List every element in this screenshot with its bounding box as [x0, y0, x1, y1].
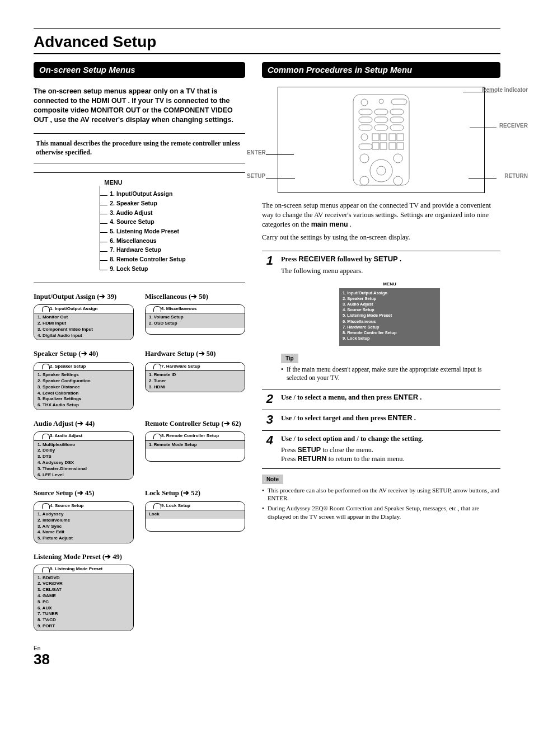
step-4: 4 Use / to select option and / to change…	[262, 431, 500, 469]
panel-item: 2. OSD Setup	[149, 321, 241, 327]
manual-note-box: This manual describes the procedure usin…	[34, 133, 245, 163]
panel-head: Audio Adjust (➔ 44)	[34, 419, 134, 428]
panel-head: Remote Controller Setup (➔ 62)	[145, 419, 245, 428]
panel-source-setup: Source Setup (➔ 45) 4. Source Setup 1. A…	[34, 489, 134, 543]
intro-b2: MONITOR OUT	[91, 106, 140, 114]
panel-listening-mode: Listening Mode Preset (➔ 49) 5. Listenin…	[34, 552, 134, 631]
right-intro-para2: Carry out the settings by using the on-s…	[262, 233, 500, 242]
panel-hardware: Hardware Setup (➔ 50) 7. Hardware Setup …	[145, 349, 245, 410]
tree-item: 7. Hardware Setup	[110, 246, 185, 255]
svg-point-23	[360, 154, 369, 163]
two-column-layout: On-screen Setup Menus The on-screen setu…	[34, 62, 500, 666]
step-3: 3 Use / to select target and then press …	[262, 410, 500, 431]
tree-item: 1. Input/Output Assign	[110, 190, 185, 199]
intro-mid3: , use the AV receiver's display when cha…	[50, 116, 233, 124]
svg-point-2	[379, 99, 383, 104]
panel-remote-controller: Remote Controller Setup (➔ 62) 8. Remote…	[145, 419, 245, 480]
panel-item: 3. CBL/SAT	[38, 587, 130, 593]
page-footer: En 38	[34, 645, 245, 666]
intro2-mainmenu: main menu	[311, 220, 348, 228]
s1-b1: RECEIVER	[298, 255, 335, 263]
intro-mid2: or the	[142, 106, 163, 114]
sub-panels-grid: Input/Output Assign (➔ 39) 1. Input/Outp…	[34, 292, 245, 631]
panel-item: 1. Volume Setup	[149, 314, 241, 321]
right-column: Common Procedures in Setup Menu	[262, 62, 500, 666]
panel-item: 1. Audyssey	[38, 511, 130, 518]
svg-point-26	[377, 166, 386, 175]
s1-b2: SETUP	[373, 255, 397, 263]
panel-item: 1. Remote ID	[149, 372, 241, 378]
page-lang-label: En	[34, 645, 245, 652]
panel-item: Lock	[149, 511, 241, 518]
preview-item: 4. Source Setup	[343, 307, 437, 313]
panel-head: Listening Mode Preset (➔ 49)	[34, 552, 134, 561]
panel-head: Input/Output Assign (➔ 39)	[34, 292, 134, 301]
note-item: This procedure can also be performed on …	[262, 486, 500, 503]
note-label: Note	[262, 475, 283, 484]
menu-tree-panel: MENU 1. Input/Output Assign 2. Speaker S…	[34, 172, 245, 283]
s4-l2-pre: Press	[281, 446, 298, 454]
s1-mid: followed by	[338, 255, 374, 263]
preview-item: 6. Miscellaneous	[343, 319, 437, 325]
svg-rect-4	[359, 109, 372, 115]
label-receiver: RECEIVER	[499, 122, 528, 129]
s3-b: ENTER	[388, 414, 413, 422]
remote-controller-illustration: Remote indicator RECEIVER ENTER SETUP RE…	[278, 87, 485, 193]
svg-rect-18	[359, 144, 372, 149]
s2-b: ENTER	[394, 393, 418, 401]
intro-b1: HDMI OUT	[91, 97, 126, 105]
page-title: Advanced Setup	[34, 28, 500, 54]
panel-item: 7. TUNER	[38, 611, 130, 617]
panel-item: 2. Tuner	[149, 378, 241, 384]
panel-item: 1. BD/DVD	[38, 575, 130, 581]
svg-rect-17	[397, 134, 404, 140]
note-list: This procedure can also be performed on …	[262, 486, 500, 520]
panel-title: 8. Remote Controller Setup	[161, 433, 219, 438]
panel-head: Hardware Setup (➔ 50)	[145, 349, 245, 358]
panel-item: 3. A/V Sync	[38, 524, 130, 530]
label-return: RETURN	[504, 172, 528, 180]
panel-item: 2. HDMI Input	[38, 321, 130, 327]
svg-point-28	[394, 176, 402, 185]
panel-item: 4. Level Calibration	[38, 391, 130, 397]
panel-item: 5. Theater-Dimensional	[38, 466, 130, 472]
panel-item: 2. VCR/DVR	[38, 581, 130, 587]
panel-head: Source Setup (➔ 45)	[34, 489, 134, 497]
panel-item: 2. Dolby	[38, 448, 130, 454]
manual-note-text: This manual describes the procedure usin…	[36, 139, 240, 156]
panel-audio-adjust: Audio Adjust (➔ 44) 3. Audio Adjust 1. M…	[34, 419, 134, 480]
panel-title: 2. Speaker Setup	[50, 364, 86, 369]
panel-head: Lock Setup (➔ 52)	[145, 489, 245, 497]
panel-item: 6. LFE Level	[38, 472, 130, 478]
panel-lock-setup: Lock Setup (➔ 52) 9. Lock Setup Lock	[145, 489, 245, 543]
onscreen-menu-preview: MENU 1. Input/Output Assign 2. Speaker S…	[339, 280, 440, 346]
panel-item: 5. Equalizer Settings	[38, 396, 130, 402]
panel-item: 2. IntelliVolume	[38, 518, 130, 524]
preview-title: MENU	[339, 280, 440, 288]
s3-post: .	[414, 414, 416, 422]
svg-point-13	[361, 134, 368, 140]
step-2: 2 Use / to select a menu, and then press…	[262, 389, 500, 410]
tree-item: 5. Listening Mode Preset	[110, 227, 185, 236]
label-remote-indicator: Remote indicator	[482, 86, 528, 93]
panel-item: 5. PC	[38, 599, 130, 605]
tree-item: 3. Audio Adjust	[110, 208, 185, 218]
panel-item: 2. Speaker Configuration	[38, 378, 130, 384]
panel-item: 3. Speaker Distance	[38, 384, 130, 391]
svg-rect-8	[374, 117, 388, 123]
svg-rect-11	[374, 125, 388, 130]
panel-item: 1. Multiplex/Mono	[38, 442, 130, 448]
right-section-header: Common Procedures in Setup Menu	[262, 62, 500, 78]
s4-line1: Use / to select option and / to change t…	[281, 435, 424, 443]
panel-item: 6. AUX	[38, 605, 130, 612]
panel-title: 5. Listening Mode Preset	[50, 566, 102, 571]
panel-title: 7. Hardware Setup	[161, 364, 200, 369]
svg-rect-10	[359, 125, 372, 130]
svg-rect-22	[397, 143, 404, 149]
remote-icon	[348, 92, 415, 187]
panel-item: 3. HDMI	[149, 384, 241, 391]
right-intro-para: The on-screen setup menus appear on the …	[262, 201, 500, 229]
svg-rect-20	[380, 143, 387, 149]
panel-item: 4. Name Edit	[38, 529, 130, 536]
svg-point-1	[361, 99, 368, 106]
